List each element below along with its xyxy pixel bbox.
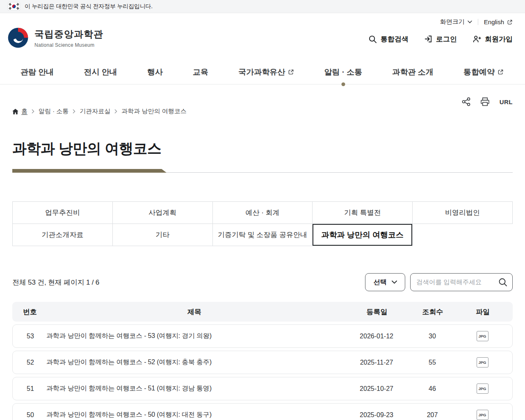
col-header-no: 번호 bbox=[17, 307, 43, 317]
tab-institution-intro[interactable]: 기관소개자료 bbox=[13, 224, 113, 246]
english-link[interactable]: English bbox=[484, 18, 513, 25]
row-number: 51 bbox=[18, 385, 43, 393]
category-tab-grid: 업무추진비 사업계획 예산 · 회계 기획 특별전 비영리법인 기관소개자료 기… bbox=[12, 201, 513, 246]
login-button[interactable]: 로그인 bbox=[424, 34, 457, 44]
nav-item-visit[interactable]: 관람 안내 bbox=[21, 60, 54, 84]
tab-business-plan[interactable]: 사업계획 bbox=[113, 202, 213, 224]
row-views: 55 bbox=[407, 359, 457, 366]
chevron-right-icon bbox=[73, 109, 75, 114]
tab-business-expenses[interactable]: 업무추진비 bbox=[13, 202, 113, 224]
copy-url-button[interactable]: URL bbox=[500, 98, 513, 105]
global-search-label: 통합검색 bbox=[381, 34, 409, 44]
home-icon bbox=[12, 109, 18, 114]
external-link-icon bbox=[498, 69, 504, 75]
table-row[interactable]: 52 과학과 낭만이 함께하는 여행코스 - 52 (여행지: 충북 충주) 2… bbox=[12, 351, 513, 374]
logo-title: 국립중앙과학관 bbox=[34, 28, 103, 41]
table-row[interactable]: 50 과학과 낭만이 함께하는 여행코스 - 50 (여행지: 대전 동구) 2… bbox=[12, 403, 513, 420]
table-row[interactable]: 53 과학과 낭만이 함께하는 여행코스 - 53 (여행지: 경기 의왕) 2… bbox=[12, 324, 513, 348]
nav-label: 교육 bbox=[193, 67, 208, 78]
nav-item-about[interactable]: 과학관 소개 bbox=[392, 60, 433, 84]
jpg-file-badge[interactable]: JPG bbox=[477, 357, 488, 368]
nav-label: 행사 bbox=[147, 67, 163, 78]
nav-label: 전시 안내 bbox=[84, 67, 117, 78]
table-header: 번호 제목 등록일 조회수 파일 bbox=[12, 302, 513, 322]
chevron-down-icon bbox=[392, 281, 397, 284]
nav-label: 국가과학유산 bbox=[238, 67, 285, 78]
signup-label: 회원가입 bbox=[485, 34, 513, 44]
main-nav: 관람 안내 전시 안내 행사 교육 국가과학유산 알림 · 소통 과학관 소개 … bbox=[0, 60, 525, 84]
row-title-link[interactable]: 과학과 낭만이 함께하는 여행코스 - 52 (여행지: 충북 충주) bbox=[43, 358, 346, 367]
user-plus-icon bbox=[472, 35, 481, 43]
col-header-file: 파일 bbox=[458, 307, 508, 317]
tab-special-exhibition[interactable]: 기획 특별전 bbox=[313, 202, 413, 224]
table-row[interactable]: 51 과학과 낭만이 함께하는 여행코스 - 51 (여행지: 경남 통영) 2… bbox=[12, 377, 513, 400]
signup-button[interactable]: 회원가입 bbox=[472, 34, 513, 44]
external-link-icon bbox=[507, 19, 513, 25]
tab-science-romance-course[interactable]: 과학과 낭만의 여행코스 bbox=[313, 224, 413, 246]
page-toolbar: URL bbox=[12, 84, 513, 107]
site-logo[interactable]: 국립중앙과학관 National Science Museum bbox=[7, 27, 103, 48]
row-number: 52 bbox=[18, 359, 43, 366]
utility-bar: 화면크기 English bbox=[440, 18, 513, 26]
screen-size-dropdown[interactable]: 화면크기 bbox=[440, 18, 472, 26]
page-title: 과학과 낭만의 여행코스 bbox=[12, 139, 513, 158]
chevron-right-icon bbox=[32, 109, 34, 114]
tab-etc[interactable]: 기타 bbox=[113, 224, 213, 246]
chevron-right-icon bbox=[114, 109, 117, 114]
site-header: 화면크기 English 국립중앙과학관 Nationa bbox=[0, 13, 525, 60]
tab-donation-sharing[interactable]: 기증기탁 및 소장품 공유안내 bbox=[213, 224, 313, 246]
english-label: English bbox=[484, 18, 504, 25]
breadcrumb-archive[interactable]: 기관자료실 bbox=[80, 107, 110, 115]
list-controls: 전체 53 건, 현재 페이지 1 / 6 선택 bbox=[12, 273, 513, 291]
logo-subtitle: National Science Museum bbox=[34, 42, 103, 48]
search-box bbox=[410, 273, 513, 291]
row-date: 2026-01-12 bbox=[346, 333, 407, 340]
row-views: 207 bbox=[407, 411, 457, 419]
nav-label: 통합예약 bbox=[463, 67, 495, 78]
breadcrumb-news[interactable]: 알림 · 소통 bbox=[39, 107, 68, 115]
share-button[interactable] bbox=[462, 97, 470, 106]
row-views: 30 bbox=[407, 333, 457, 340]
nav-item-reservation[interactable]: 통합예약 bbox=[463, 60, 504, 84]
header-actions: 통합검색 로그인 회원가입 bbox=[368, 34, 513, 44]
search-icon bbox=[368, 35, 377, 43]
nav-item-science-heritage[interactable]: 국가과학유산 bbox=[238, 60, 294, 84]
government-emblem-icon bbox=[7, 27, 29, 48]
search-input[interactable] bbox=[416, 278, 498, 286]
nav-item-education[interactable]: 교육 bbox=[193, 60, 208, 84]
global-search-button[interactable]: 통합검색 bbox=[368, 34, 409, 44]
tab-nonprofit[interactable]: 비영리법인 bbox=[413, 202, 513, 224]
jpg-file-badge[interactable]: JPG bbox=[477, 410, 488, 420]
nav-item-news[interactable]: 알림 · 소통 bbox=[324, 60, 362, 84]
tab-budget-accounting[interactable]: 예산 · 회계 bbox=[213, 202, 313, 224]
breadcrumb: 홈 알림 · 소통 기관자료실 과학과 낭만의 여행코스 bbox=[12, 107, 513, 115]
active-nav-indicator-dot bbox=[341, 82, 345, 86]
col-header-title: 제목 bbox=[43, 307, 346, 317]
row-title-link[interactable]: 과학과 낭만이 함께하는 여행코스 - 51 (여행지: 경남 통영) bbox=[43, 384, 346, 393]
print-button[interactable] bbox=[480, 97, 490, 106]
row-title-link[interactable]: 과학과 낭만이 함께하는 여행코스 - 50 (여행지: 대전 동구) bbox=[43, 411, 346, 419]
breadcrumb-home[interactable]: 홈 bbox=[12, 107, 27, 115]
select-label: 선택 bbox=[374, 278, 387, 287]
jpg-file-badge[interactable]: JPG bbox=[477, 383, 488, 394]
breadcrumb-label: 홈 bbox=[21, 107, 27, 115]
nav-item-events[interactable]: 행사 bbox=[147, 60, 163, 84]
row-date: 2025-10-27 bbox=[346, 385, 407, 393]
nav-label: 관람 안내 bbox=[21, 67, 54, 78]
screen-size-label: 화면크기 bbox=[440, 18, 465, 26]
nav-item-exhibition[interactable]: 전시 안내 bbox=[84, 60, 117, 84]
row-number: 53 bbox=[18, 333, 43, 340]
breadcrumb-current[interactable]: 과학과 낭만의 여행코스 bbox=[121, 107, 186, 115]
search-submit-icon[interactable] bbox=[498, 278, 507, 287]
tab-empty-cell bbox=[413, 224, 513, 246]
utility-divider bbox=[478, 19, 478, 25]
col-header-date: 등록일 bbox=[346, 307, 408, 317]
row-date: 2025-11-27 bbox=[346, 359, 407, 366]
col-header-views: 조회수 bbox=[408, 307, 458, 317]
list-summary: 전체 53 건, 현재 페이지 1 / 6 bbox=[12, 278, 99, 291]
search-field-select[interactable]: 선택 bbox=[365, 273, 405, 291]
chevron-down-icon bbox=[468, 21, 472, 23]
jpg-file-badge[interactable]: JPG bbox=[477, 331, 488, 341]
row-date: 2025-09-23 bbox=[346, 411, 407, 419]
row-title-link[interactable]: 과학과 낭만이 함께하는 여행코스 - 53 (여행지: 경기 의왕) bbox=[43, 332, 346, 340]
